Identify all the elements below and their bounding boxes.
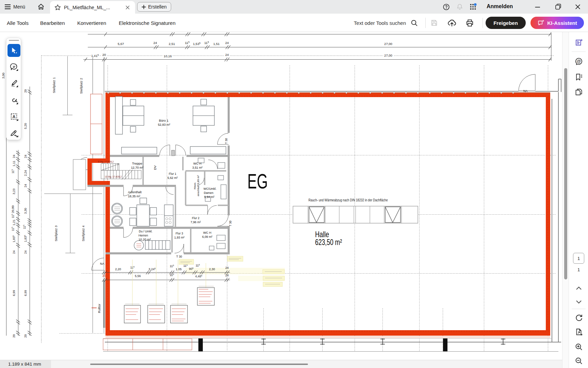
svg-text:Aufenthalt: Aufenthalt: [128, 190, 142, 194]
svg-text:8 Stg. 17,4/28,2: 8 Stg. 17,4/28,2: [98, 160, 114, 163]
svg-text:Büro 1: Büro 1: [159, 119, 168, 122]
svg-text:115: 115: [185, 41, 190, 45]
svg-text:1,93 m²: 1,93 m²: [174, 235, 184, 239]
svg-text:NA: NA: [100, 262, 104, 265]
svg-text:2,51: 2,51: [169, 42, 175, 46]
svg-text:Stellplatz 3: Stellplatz 3: [54, 226, 58, 241]
svg-text:115: 115: [196, 264, 200, 267]
svg-text:WC H: WC H: [193, 162, 201, 165]
svg-text:115: 115: [11, 214, 15, 218]
svg-text:WC H: WC H: [203, 231, 211, 234]
svg-text:115: 115: [204, 41, 209, 45]
svg-text:52,83 m²: 52,83 m²: [158, 123, 170, 126]
svg-text:5,94 m²: 5,94 m²: [204, 195, 214, 199]
svg-text:Stellplatz 4: Stellplatz 4: [81, 226, 85, 241]
svg-text:1,535: 1,535: [193, 42, 201, 46]
svg-text:6,99: 6,99: [24, 290, 27, 296]
svg-text:115: 115: [11, 227, 15, 231]
svg-text:Du / Umkl.: Du / Umkl.: [139, 229, 152, 233]
svg-text:24: 24: [12, 155, 16, 158]
svg-text:27,00: 27,00: [384, 42, 392, 46]
svg-text:20,80: 20,80: [11, 205, 15, 213]
svg-text:5,67: 5,67: [118, 42, 124, 46]
svg-text:24: 24: [153, 41, 157, 45]
svg-text:10,16: 10,16: [164, 54, 172, 58]
svg-text:115: 115: [183, 264, 188, 267]
svg-text:Rauch- und Wärmeabzug nach DIN: Rauch- und Wärmeabzug nach DIN 18232 in …: [309, 198, 388, 202]
svg-text:115: 115: [23, 225, 26, 229]
svg-text:12,70 m²: 12,70 m²: [131, 166, 143, 169]
svg-text:DV: DV: [153, 165, 157, 170]
svg-text:24: 24: [24, 250, 27, 254]
svg-text:115: 115: [170, 264, 174, 268]
svg-text:EG: EG: [247, 170, 268, 193]
svg-text:24: 24: [225, 266, 229, 270]
svg-text:5,56: 5,56: [135, 274, 141, 278]
svg-text:A: A: [12, 114, 15, 119]
svg-text:24: 24: [12, 250, 16, 254]
svg-text:24: 24: [225, 274, 229, 277]
svg-text:3,00: 3,00: [2, 73, 5, 79]
svg-text:10,20 m²: 10,20 m²: [138, 237, 151, 241]
svg-text:6,09 m²: 6,09 m²: [202, 235, 212, 239]
svg-text:anschluß 3,89 m²: anschluß 3,89 m²: [197, 175, 200, 196]
svg-text:20: 20: [102, 274, 106, 277]
svg-text:2,30: 2,30: [209, 267, 215, 271]
svg-text:3,245: 3,245: [149, 267, 156, 271]
svg-text:1,11: 1,11: [12, 161, 16, 167]
svg-text:T 30: T 30: [229, 220, 232, 226]
svg-text:18,35 m²: 18,35 m²: [128, 194, 140, 198]
svg-text:115: 115: [11, 169, 15, 173]
svg-text:20: 20: [102, 53, 106, 57]
svg-text:1,05: 1,05: [176, 267, 182, 271]
svg-text:24: 24: [24, 184, 27, 187]
svg-text:T 30: T 30: [176, 255, 182, 258]
svg-text:@: @: [577, 59, 581, 64]
svg-text:1,835: 1,835: [12, 235, 16, 243]
svg-text:623,50 m²: 623,50 m²: [315, 237, 342, 247]
svg-text:3,23: 3,23: [12, 188, 16, 195]
svg-text:Flur 3: Flur 3: [176, 231, 183, 235]
svg-text:Flur 1: Flur 1: [169, 172, 176, 175]
svg-text:Damen: Damen: [204, 191, 213, 195]
svg-text:Rolltor: Rolltor: [97, 304, 101, 313]
svg-text:1,21: 1,21: [12, 219, 16, 226]
svg-text:Flur 2: Flur 2: [192, 216, 199, 220]
svg-text:Treppe: Treppe: [132, 162, 142, 165]
svg-text:20: 20: [12, 334, 16, 338]
svg-text:6,99: 6,99: [12, 290, 16, 296]
svg-text:27,00: 27,00: [384, 53, 392, 57]
svg-text:Herren: Herren: [138, 233, 148, 237]
svg-text:24: 24: [225, 53, 229, 57]
svg-text:24: 24: [225, 41, 229, 45]
svg-text:5,62 m²: 5,62 m²: [167, 176, 178, 180]
svg-text:115: 115: [170, 273, 174, 277]
svg-text:7,96 m²: 7,96 m²: [191, 220, 201, 224]
svg-text:2,24: 2,24: [24, 170, 27, 176]
svg-text:20: 20: [24, 334, 27, 338]
svg-text:3,51 m²: 3,51 m²: [192, 166, 202, 169]
svg-text:T 30: T 30: [225, 138, 228, 144]
svg-text:NA: NA: [523, 89, 528, 93]
svg-text:1,835: 1,835: [24, 235, 27, 242]
svg-text:Stellplatz 1: Stellplatz 1: [52, 77, 56, 93]
svg-text:13 Stg. 17,4/28,2: 13 Stg. 17,4/28,2: [105, 175, 122, 178]
svg-text:24: 24: [24, 155, 27, 158]
svg-text:1,51: 1,51: [213, 42, 220, 46]
svg-text:Haus-: Haus-: [193, 182, 196, 189]
svg-text:20: 20: [24, 89, 27, 93]
svg-text:3,30: 3,30: [24, 208, 27, 214]
svg-text:4,485: 4,485: [195, 275, 203, 278]
svg-text:2,20: 2,20: [115, 267, 121, 271]
svg-text:WC/Umkl.: WC/Umkl.: [203, 187, 216, 190]
svg-text:Stellplatz 2: Stellplatz 2: [79, 78, 83, 94]
svg-text:5,20: 5,20: [24, 123, 27, 129]
